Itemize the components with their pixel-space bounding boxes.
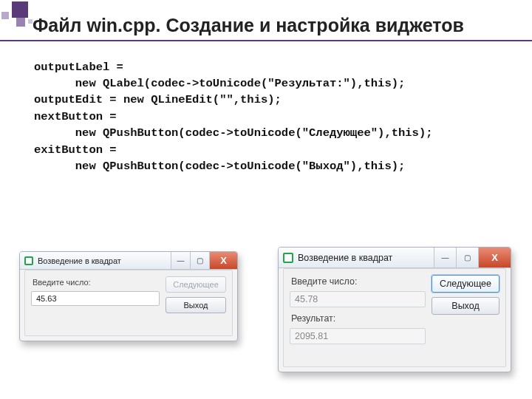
window-title: Возведение в квадрат: [38, 256, 121, 265]
exit-button[interactable]: Выход: [166, 297, 226, 313]
maximize-button[interactable]: ▢: [456, 248, 478, 267]
input-field: 45.78: [290, 291, 426, 307]
next-button: Следующее: [166, 276, 226, 293]
app-icon: [24, 256, 33, 265]
exit-button[interactable]: Выход: [432, 297, 499, 315]
app-window-result: Возведение в квадрат — ▢ X Введите число…: [278, 247, 511, 372]
close-button[interactable]: X: [478, 248, 511, 267]
window-body: Введите число: 45.78 Результат: 2095.81 …: [283, 268, 506, 367]
close-button[interactable]: X: [209, 252, 237, 269]
titlebar[interactable]: Возведение в квадрат — ▢ X: [279, 248, 511, 268]
app-icon: [283, 253, 293, 263]
window-body: Введите число: 45.63 Следующее Выход: [24, 270, 233, 336]
input-label: Введите число:: [31, 276, 160, 287]
code-snippet: outputLabel = new QLabel(codec->toUnicod…: [34, 59, 433, 175]
app-window-initial: Возведение в квадрат — ▢ X Введите число…: [19, 251, 238, 341]
input-label: Введите число:: [290, 275, 426, 287]
next-button[interactable]: Следующее: [432, 275, 499, 293]
minimize-button[interactable]: —: [434, 248, 456, 267]
maximize-button[interactable]: ▢: [190, 252, 209, 269]
title-underline: [0, 40, 532, 41]
minimize-button[interactable]: —: [171, 252, 190, 269]
titlebar[interactable]: Возведение в квадрат — ▢ X: [20, 252, 237, 270]
result-label: Результат:: [290, 312, 426, 324]
result-field: 2095.81: [290, 328, 426, 344]
input-field[interactable]: 45.63: [31, 291, 160, 306]
page-title: Файл win.cpp. Создание и настройка видже…: [33, 15, 464, 36]
window-title: Возведение в квадрат: [298, 253, 392, 263]
